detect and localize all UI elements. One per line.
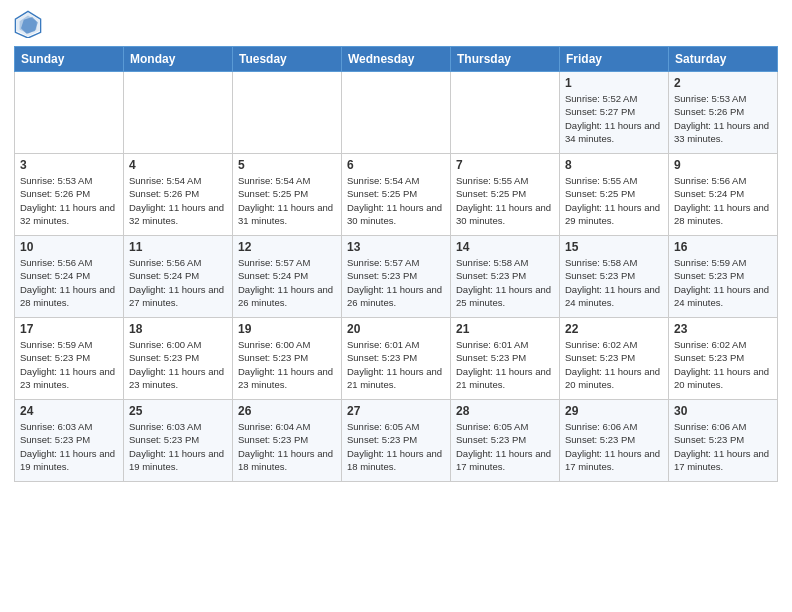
day-number: 17 (20, 322, 118, 336)
day-info: Sunrise: 6:01 AM Sunset: 5:23 PM Dayligh… (347, 338, 445, 391)
day-info: Sunrise: 5:59 AM Sunset: 5:23 PM Dayligh… (20, 338, 118, 391)
calendar-cell: 13Sunrise: 5:57 AM Sunset: 5:23 PM Dayli… (342, 236, 451, 318)
day-number: 9 (674, 158, 772, 172)
calendar-cell (342, 72, 451, 154)
day-number: 27 (347, 404, 445, 418)
day-info: Sunrise: 5:55 AM Sunset: 5:25 PM Dayligh… (565, 174, 663, 227)
day-number: 25 (129, 404, 227, 418)
day-number: 3 (20, 158, 118, 172)
calendar-cell (15, 72, 124, 154)
day-info: Sunrise: 6:04 AM Sunset: 5:23 PM Dayligh… (238, 420, 336, 473)
day-number: 2 (674, 76, 772, 90)
calendar-cell: 16Sunrise: 5:59 AM Sunset: 5:23 PM Dayli… (669, 236, 778, 318)
calendar-week-1: 3Sunrise: 5:53 AM Sunset: 5:26 PM Daylig… (15, 154, 778, 236)
day-info: Sunrise: 6:02 AM Sunset: 5:23 PM Dayligh… (565, 338, 663, 391)
calendar-cell: 1Sunrise: 5:52 AM Sunset: 5:27 PM Daylig… (560, 72, 669, 154)
day-number: 24 (20, 404, 118, 418)
day-number: 19 (238, 322, 336, 336)
day-info: Sunrise: 6:01 AM Sunset: 5:23 PM Dayligh… (456, 338, 554, 391)
day-number: 20 (347, 322, 445, 336)
day-info: Sunrise: 6:00 AM Sunset: 5:23 PM Dayligh… (129, 338, 227, 391)
calendar-header-wednesday: Wednesday (342, 47, 451, 72)
day-number: 7 (456, 158, 554, 172)
day-info: Sunrise: 5:54 AM Sunset: 5:25 PM Dayligh… (347, 174, 445, 227)
day-info: Sunrise: 5:53 AM Sunset: 5:26 PM Dayligh… (674, 92, 772, 145)
header (14, 10, 778, 38)
day-number: 13 (347, 240, 445, 254)
calendar-cell (233, 72, 342, 154)
day-info: Sunrise: 6:05 AM Sunset: 5:23 PM Dayligh… (456, 420, 554, 473)
calendar-cell: 26Sunrise: 6:04 AM Sunset: 5:23 PM Dayli… (233, 400, 342, 482)
calendar-cell: 5Sunrise: 5:54 AM Sunset: 5:25 PM Daylig… (233, 154, 342, 236)
day-info: Sunrise: 6:03 AM Sunset: 5:23 PM Dayligh… (20, 420, 118, 473)
calendar-header-saturday: Saturday (669, 47, 778, 72)
day-number: 16 (674, 240, 772, 254)
day-info: Sunrise: 5:54 AM Sunset: 5:26 PM Dayligh… (129, 174, 227, 227)
calendar-cell: 22Sunrise: 6:02 AM Sunset: 5:23 PM Dayli… (560, 318, 669, 400)
calendar-cell: 6Sunrise: 5:54 AM Sunset: 5:25 PM Daylig… (342, 154, 451, 236)
day-number: 4 (129, 158, 227, 172)
calendar-week-3: 17Sunrise: 5:59 AM Sunset: 5:23 PM Dayli… (15, 318, 778, 400)
day-info: Sunrise: 5:56 AM Sunset: 5:24 PM Dayligh… (129, 256, 227, 309)
day-number: 15 (565, 240, 663, 254)
calendar-cell: 28Sunrise: 6:05 AM Sunset: 5:23 PM Dayli… (451, 400, 560, 482)
day-info: Sunrise: 5:57 AM Sunset: 5:24 PM Dayligh… (238, 256, 336, 309)
calendar-header-tuesday: Tuesday (233, 47, 342, 72)
calendar-cell: 30Sunrise: 6:06 AM Sunset: 5:23 PM Dayli… (669, 400, 778, 482)
calendar-cell: 27Sunrise: 6:05 AM Sunset: 5:23 PM Dayli… (342, 400, 451, 482)
day-number: 12 (238, 240, 336, 254)
calendar-table: SundayMondayTuesdayWednesdayThursdayFrid… (14, 46, 778, 482)
calendar-header-monday: Monday (124, 47, 233, 72)
day-info: Sunrise: 6:03 AM Sunset: 5:23 PM Dayligh… (129, 420, 227, 473)
day-info: Sunrise: 6:05 AM Sunset: 5:23 PM Dayligh… (347, 420, 445, 473)
logo (14, 10, 46, 38)
day-info: Sunrise: 6:00 AM Sunset: 5:23 PM Dayligh… (238, 338, 336, 391)
day-info: Sunrise: 5:53 AM Sunset: 5:26 PM Dayligh… (20, 174, 118, 227)
calendar-cell: 4Sunrise: 5:54 AM Sunset: 5:26 PM Daylig… (124, 154, 233, 236)
calendar-cell (451, 72, 560, 154)
day-number: 22 (565, 322, 663, 336)
calendar-header-row: SundayMondayTuesdayWednesdayThursdayFrid… (15, 47, 778, 72)
day-number: 28 (456, 404, 554, 418)
calendar-cell: 24Sunrise: 6:03 AM Sunset: 5:23 PM Dayli… (15, 400, 124, 482)
day-number: 8 (565, 158, 663, 172)
calendar-cell: 23Sunrise: 6:02 AM Sunset: 5:23 PM Dayli… (669, 318, 778, 400)
calendar-cell: 25Sunrise: 6:03 AM Sunset: 5:23 PM Dayli… (124, 400, 233, 482)
calendar-cell: 14Sunrise: 5:58 AM Sunset: 5:23 PM Dayli… (451, 236, 560, 318)
calendar-cell: 17Sunrise: 5:59 AM Sunset: 5:23 PM Dayli… (15, 318, 124, 400)
day-number: 10 (20, 240, 118, 254)
calendar-cell: 7Sunrise: 5:55 AM Sunset: 5:25 PM Daylig… (451, 154, 560, 236)
day-info: Sunrise: 5:58 AM Sunset: 5:23 PM Dayligh… (456, 256, 554, 309)
calendar-cell: 3Sunrise: 5:53 AM Sunset: 5:26 PM Daylig… (15, 154, 124, 236)
calendar-cell: 19Sunrise: 6:00 AM Sunset: 5:23 PM Dayli… (233, 318, 342, 400)
day-number: 21 (456, 322, 554, 336)
day-info: Sunrise: 6:02 AM Sunset: 5:23 PM Dayligh… (674, 338, 772, 391)
day-number: 29 (565, 404, 663, 418)
calendar-cell: 12Sunrise: 5:57 AM Sunset: 5:24 PM Dayli… (233, 236, 342, 318)
calendar-cell: 10Sunrise: 5:56 AM Sunset: 5:24 PM Dayli… (15, 236, 124, 318)
day-number: 26 (238, 404, 336, 418)
calendar-cell (124, 72, 233, 154)
calendar-week-2: 10Sunrise: 5:56 AM Sunset: 5:24 PM Dayli… (15, 236, 778, 318)
day-number: 11 (129, 240, 227, 254)
calendar-week-4: 24Sunrise: 6:03 AM Sunset: 5:23 PM Dayli… (15, 400, 778, 482)
day-info: Sunrise: 5:55 AM Sunset: 5:25 PM Dayligh… (456, 174, 554, 227)
day-number: 18 (129, 322, 227, 336)
calendar-cell: 15Sunrise: 5:58 AM Sunset: 5:23 PM Dayli… (560, 236, 669, 318)
calendar-cell: 2Sunrise: 5:53 AM Sunset: 5:26 PM Daylig… (669, 72, 778, 154)
day-info: Sunrise: 5:56 AM Sunset: 5:24 PM Dayligh… (20, 256, 118, 309)
logo-icon (14, 10, 42, 38)
day-info: Sunrise: 5:58 AM Sunset: 5:23 PM Dayligh… (565, 256, 663, 309)
calendar-cell: 11Sunrise: 5:56 AM Sunset: 5:24 PM Dayli… (124, 236, 233, 318)
day-number: 5 (238, 158, 336, 172)
calendar-cell: 20Sunrise: 6:01 AM Sunset: 5:23 PM Dayli… (342, 318, 451, 400)
calendar-week-0: 1Sunrise: 5:52 AM Sunset: 5:27 PM Daylig… (15, 72, 778, 154)
day-info: Sunrise: 5:57 AM Sunset: 5:23 PM Dayligh… (347, 256, 445, 309)
calendar-header-thursday: Thursday (451, 47, 560, 72)
day-number: 1 (565, 76, 663, 90)
calendar-cell: 29Sunrise: 6:06 AM Sunset: 5:23 PM Dayli… (560, 400, 669, 482)
day-number: 14 (456, 240, 554, 254)
day-info: Sunrise: 6:06 AM Sunset: 5:23 PM Dayligh… (565, 420, 663, 473)
day-info: Sunrise: 5:52 AM Sunset: 5:27 PM Dayligh… (565, 92, 663, 145)
day-number: 6 (347, 158, 445, 172)
